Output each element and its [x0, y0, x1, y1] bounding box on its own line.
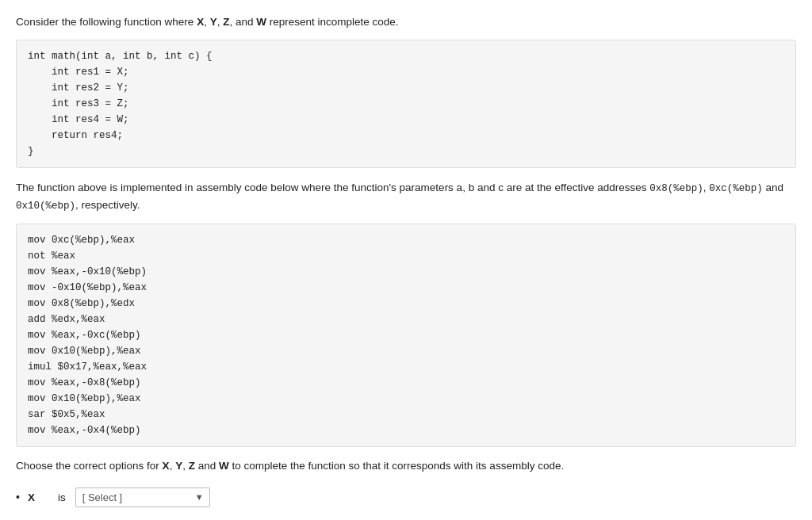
x-select-row: • X is [ Select ] ~b a + ~b 23 * c c >> …: [16, 488, 796, 507]
choose-var-x: X: [163, 460, 170, 472]
var-z: Z: [223, 16, 229, 28]
x-select-wrapper: [ Select ] ~b a + ~b 23 * c c >> 5 ▼: [75, 488, 210, 507]
function-code-block: int math(int a, int b, int c) { int res1…: [16, 40, 796, 168]
x-is-label: is: [58, 491, 66, 503]
choose-var-y: Y: [175, 460, 182, 472]
var-w: W: [256, 16, 266, 28]
description-paragraph: The function above is implemented in ass…: [16, 179, 796, 214]
assembly-code-block: mov 0xc(%ebp),%eax not %eax mov %eax,-0x…: [16, 224, 796, 447]
choose-instruction: Choose the correct options for X, Y, Z a…: [16, 458, 796, 474]
addr3: 0x10(%ebp): [16, 201, 75, 212]
x-bullet: •: [16, 491, 20, 503]
var-y: Y: [210, 16, 217, 28]
x-label: X: [28, 491, 50, 503]
var-x: X: [197, 16, 204, 28]
choose-var-w: W: [219, 460, 229, 472]
addr2: 0xc(%ebp): [709, 183, 763, 194]
intro-paragraph: Consider the following function where X,…: [16, 14, 796, 30]
addr1: 0x8(%ebp): [649, 183, 703, 194]
x-select[interactable]: [ Select ] ~b a + ~b 23 * c c >> 5: [75, 488, 210, 507]
choose-var-z: Z: [189, 460, 195, 472]
